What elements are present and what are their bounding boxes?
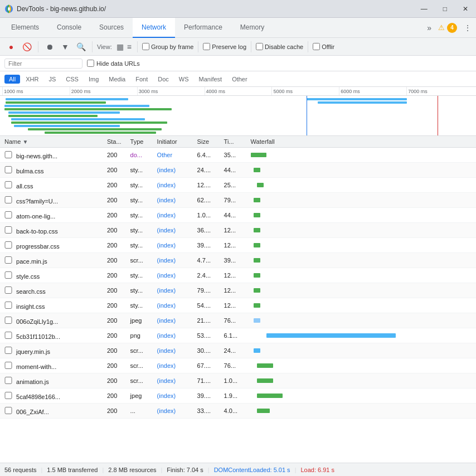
cell-waterfall [246,208,476,223]
table-row[interactable]: 006_ZxiAf... 200 ... (index) 33.... 4.0.… [0,404,476,419]
offline-checkbox[interactable] [313,43,320,50]
type-btn-css[interactable]: CSS [61,75,83,84]
tab-memory[interactable]: Memory [231,18,273,38]
type-btn-ws[interactable]: WS [174,75,193,84]
table-row[interactable]: bulma.css 200 sty... (index) 24.... 44..… [0,163,476,178]
row-checkbox[interactable] [4,226,12,234]
row-checkbox[interactable] [4,302,12,309]
cell-time: 76... [220,313,246,328]
table-scroll[interactable]: Name ▼ Sta... Type Initiator Size Ti... … [0,136,476,463]
tab-sources[interactable]: Sources [90,18,133,38]
restore-button[interactable]: □ [440,4,450,14]
table-row[interactable]: moment-with... 200 scr... (index) 67....… [0,358,476,373]
type-btn-media[interactable]: Media [104,75,130,84]
col-header-initiator[interactable]: Initiator [153,136,193,148]
cell-name: 006_ZxiAf... [0,404,103,419]
fetch-resource-button[interactable]: ⏺ [43,40,56,54]
table-row[interactable]: css?family=U... 200 sty... (index) 62...… [0,193,476,208]
table-row[interactable]: 006oZqiLly1g... 200 jpeg (index) 21.... … [0,313,476,328]
col-header-waterfall[interactable]: Waterfall [246,136,476,148]
cell-size: 2.4... [193,268,220,283]
table-row[interactable]: pace.min.js 200 scr... (index) 4.7... 39… [0,253,476,268]
cell-time: 35... [220,148,246,163]
cell-time: 76... [220,358,246,373]
table-row[interactable]: animation.js 200 scr... (index) 71.... 1… [0,373,476,388]
group-by-frame-checkbox[interactable] [142,43,149,50]
col-header-size[interactable]: Size [193,136,220,148]
table-row[interactable]: all.css 200 sty... (index) 12.... 25... [0,178,476,193]
row-checkbox[interactable] [4,211,12,218]
more-tabs-button[interactable]: » [425,21,434,35]
row-checkbox[interactable] [4,256,12,264]
minimize-button[interactable]: — [417,4,431,14]
col-header-status[interactable]: Sta... [103,136,126,148]
devtools-menu-button[interactable]: ⋮ [462,21,474,35]
waterfall-area [0,96,476,136]
row-checkbox[interactable] [4,271,12,279]
row-checkbox[interactable] [4,166,12,173]
row-checkbox[interactable] [4,196,12,203]
cell-time: 79... [220,193,246,208]
hide-data-urls-checkbox[interactable] [87,60,94,67]
clear-button[interactable]: 🚫 [20,40,33,54]
cell-initiator: (index) [153,238,193,253]
cell-time: 44... [220,163,246,178]
view-waterfall-button[interactable]: ▦ [115,41,125,52]
filter-input[interactable] [4,59,82,69]
type-btn-font[interactable]: Font [131,75,152,84]
table-row[interactable]: progressbar.css 200 sty... (index) 39...… [0,238,476,253]
row-checkbox[interactable] [4,377,12,384]
cell-name: 5cb31f11012b... [0,328,103,343]
tab-console[interactable]: Console [48,18,90,38]
type-btn-img[interactable]: Img [84,75,103,84]
row-checkbox[interactable] [4,407,12,414]
cell-waterfall [246,163,476,178]
type-btn-manifest[interactable]: Manifest [195,75,227,84]
disable-cache-checkbox[interactable] [256,43,263,50]
row-checkbox[interactable] [4,181,12,188]
table-row[interactable]: atom-one-lig... 200 sty... (index) 1.0..… [0,208,476,223]
offline-group: Offlir [313,43,334,50]
tab-elements[interactable]: Elements [2,18,48,38]
row-checkbox[interactable] [4,241,12,249]
table-row[interactable]: search.css 200 sty... (index) 79.... 12.… [0,283,476,298]
close-button[interactable]: ✕ [459,4,472,14]
table-row[interactable]: 5caf4898e166... 200 jpeg (index) 39.... … [0,388,476,404]
table-row[interactable]: insight.css 200 sty... (index) 54.... 12… [0,298,476,313]
table-row[interactable]: back-to-top.css 200 sty... (index) 36...… [0,223,476,238]
table-row[interactable]: style.css 200 sty... (index) 2.4... 12..… [0,268,476,283]
cell-type: sty... [126,223,153,238]
table-row[interactable]: big-news.gith... 200 do... Other 6.4... … [0,148,476,163]
preserve-log-checkbox[interactable] [203,43,210,50]
row-checkbox[interactable] [4,347,12,354]
view-list-button[interactable]: ≡ [126,41,133,52]
row-checkbox[interactable] [4,286,12,294]
search-button[interactable]: 🔍 [74,40,88,54]
cell-time: 6.1... [220,328,246,343]
row-checkbox[interactable] [4,332,12,339]
record-button[interactable]: ● [4,40,18,54]
type-btn-all[interactable]: All [4,75,20,84]
tab-network[interactable]: Network [133,18,175,38]
table-row[interactable]: 5cb31f11012b... 200 png (index) 53.... 6… [0,328,476,343]
row-checkbox[interactable] [4,362,12,369]
type-btn-other[interactable]: Other [227,75,252,84]
filter-button[interactable]: ▼ [59,40,72,54]
col-header-time[interactable]: Ti... [220,136,246,148]
type-btn-js[interactable]: JS [44,75,60,84]
col-header-type[interactable]: Type [126,136,153,148]
row-checkbox[interactable] [4,317,12,324]
tab-performance[interactable]: Performance [175,18,231,38]
cell-initiator: (index) [153,253,193,268]
type-btn-doc[interactable]: Doc [153,75,173,84]
type-btn-xhr[interactable]: XHR [21,75,43,84]
cell-status: 200 [103,268,126,283]
cell-initiator: (index) [153,163,193,178]
row-checkbox[interactable] [4,392,12,399]
cell-initiator: (index) [153,373,193,388]
warning-badge: 4 [447,23,457,33]
chrome-icon [4,4,13,13]
row-checkbox[interactable] [4,151,12,158]
col-header-name[interactable]: Name ▼ [0,136,103,148]
table-row[interactable]: jquery.min.js 200 scr... (index) 30.... … [0,343,476,358]
